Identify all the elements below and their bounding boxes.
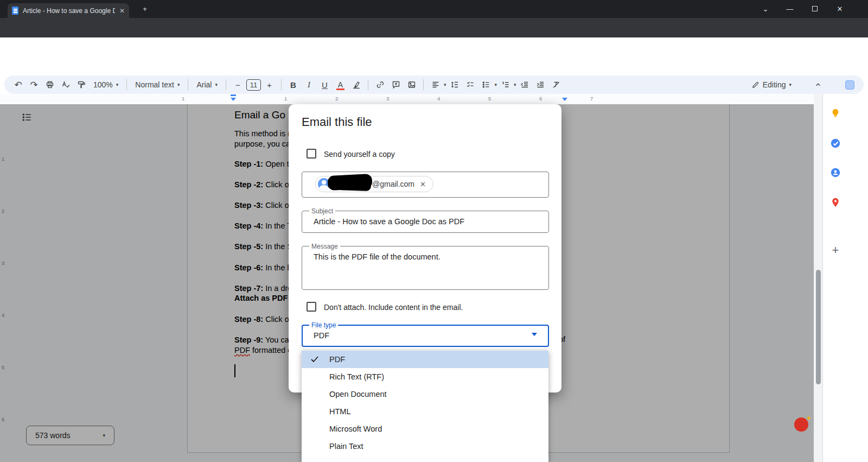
spellcheck-icon[interactable] — [58, 78, 73, 92]
recipient-email: @gmail.com — [372, 180, 414, 188]
decrease-indent-icon[interactable] — [518, 78, 532, 92]
style-caret-icon: ▾ — [177, 82, 180, 87]
docs-toolbar: ↶ ↷ 100%▾ Normal text▾ Arial▾ − 11 + B I… — [4, 75, 864, 94]
file-type-menu: PDF Rich Text (RTF) Open Document HTML M… — [302, 351, 548, 462]
menu-option-microsoft-word[interactable]: Microsoft Word — [302, 420, 548, 438]
clear-formatting-icon[interactable] — [549, 78, 564, 92]
browser-tab-strip: Article - How to save a Google D ✕ + ⌄ —… — [0, 0, 868, 18]
pencil-icon — [751, 81, 760, 89]
numbered-list-icon[interactable] — [498, 78, 513, 92]
message-label: Message — [309, 243, 340, 250]
add-comment-icon[interactable] — [388, 78, 403, 92]
tab-search-chevron-icon[interactable]: ⌄ — [757, 2, 774, 15]
insert-link-icon[interactable] — [373, 78, 387, 92]
font-caret-icon: ▾ — [215, 82, 218, 87]
menu-option-pdf[interactable]: PDF — [302, 351, 548, 368]
first-line-indent-marker[interactable] — [231, 94, 236, 96]
zoom-caret-icon: ▾ — [116, 82, 119, 87]
message-value: This is the PDF file of the document. — [314, 252, 441, 261]
horizontal-ruler: 1 1 2 3 4 5 6 7 — [0, 94, 868, 104]
ruler-number: 1 — [182, 96, 184, 102]
subject-label: Subject — [309, 207, 335, 215]
line-spacing-icon[interactable] — [448, 78, 462, 92]
bulleted-list-icon[interactable] — [479, 78, 494, 92]
print-icon[interactable] — [42, 78, 57, 92]
font-select[interactable]: Arial▾ — [193, 80, 221, 89]
keep-icon[interactable] — [829, 107, 841, 119]
file-type-select[interactable] — [302, 325, 549, 347]
maps-icon[interactable] — [829, 197, 841, 208]
editing-mode-value: Editing — [763, 80, 786, 89]
editing-mode-select[interactable]: Editing ▾ — [748, 80, 795, 89]
browser-toolbar: ← → ⟳ docs.google.com/document/d/1zvjLyS… — [0, 18, 868, 37]
file-type-caret-icon — [532, 333, 537, 336]
scrollbar-thumb[interactable] — [816, 270, 821, 384]
contacts-icon[interactable] — [829, 167, 841, 179]
left-indent-marker[interactable] — [231, 98, 236, 101]
zoom-value: 100% — [93, 80, 113, 89]
paint-format-icon[interactable] — [74, 78, 88, 92]
tab-title: Article - How to save a Google D — [23, 7, 115, 15]
italic-icon[interactable]: I — [302, 78, 316, 92]
subject-value: Article - How to save a Google Doc as PD… — [314, 217, 464, 226]
dont-attach-checkbox[interactable] — [307, 302, 316, 312]
checklist-icon[interactable] — [463, 78, 478, 92]
menu-option-html[interactable]: HTML — [302, 403, 548, 420]
ruler-number: 3 — [386, 96, 389, 102]
font-size-decrease-icon[interactable]: − — [231, 78, 245, 92]
recipient-chip[interactable]: @gmail.com ✕ — [315, 176, 433, 192]
paragraph-style-value: Normal text — [135, 80, 174, 89]
menu-option-rtf[interactable]: Rich Text (RTF) — [302, 368, 548, 385]
ruler-number: 6 — [539, 96, 542, 102]
remove-recipient-icon[interactable]: ✕ — [420, 180, 426, 188]
extension-floating-icon[interactable] — [794, 417, 808, 432]
underline-icon[interactable]: U — [317, 78, 332, 92]
insert-image-icon[interactable] — [404, 78, 419, 92]
undo-icon[interactable]: ↶ — [11, 78, 25, 92]
numbered-list-caret-icon[interactable]: ▾ — [514, 82, 516, 87]
font-size-increase-icon[interactable]: + — [262, 78, 277, 92]
ruler-number: 2 — [335, 96, 338, 102]
redo-icon[interactable]: ↷ — [27, 78, 41, 92]
dont-attach-label: Don't attach. Include content in the ema… — [324, 303, 463, 312]
docs-favicon-icon — [12, 7, 18, 15]
dialog-title: Email this file — [302, 115, 372, 129]
bold-icon[interactable]: B — [286, 78, 301, 92]
side-panel-toggle-icon[interactable] — [843, 78, 857, 92]
new-tab-button[interactable]: + — [137, 2, 153, 15]
font-value: Arial — [196, 80, 212, 89]
ruler-number: 4 — [437, 96, 440, 102]
file-type-label: File type — [309, 321, 338, 329]
menu-option-open-document[interactable]: Open Document — [302, 385, 548, 403]
send-copy-label: Send yourself a copy — [324, 150, 395, 159]
browser-tab[interactable]: Article - How to save a Google D ✕ — [8, 3, 129, 18]
window-minimize-button[interactable]: — — [782, 2, 798, 15]
bulleted-list-caret-icon[interactable]: ▾ — [495, 82, 497, 87]
get-addons-plus-icon[interactable]: + — [829, 244, 841, 256]
text-color-icon[interactable]: A — [333, 78, 348, 92]
paragraph-style-select[interactable]: Normal text▾ — [131, 80, 183, 89]
window-close-button[interactable]: ✕ — [832, 2, 848, 15]
font-size-field[interactable]: 11 — [246, 79, 261, 91]
highlight-color-icon[interactable] — [349, 78, 363, 92]
window-maximize-button[interactable] — [807, 2, 823, 15]
tab-close-icon[interactable]: ✕ — [119, 7, 125, 15]
collapse-toolbar-icon[interactable] — [810, 78, 825, 92]
selected-check-icon — [310, 355, 319, 364]
redacted-name — [336, 180, 372, 191]
right-indent-marker[interactable] — [562, 98, 567, 101]
docs-header: Article - How to save a Google Doc as PD… — [0, 37, 868, 72]
increase-indent-icon[interactable] — [533, 78, 548, 92]
align-caret-icon[interactable]: ▾ — [444, 82, 446, 87]
align-icon[interactable] — [428, 78, 443, 92]
ruler-number: 5 — [488, 96, 491, 102]
editing-caret-icon: ▾ — [789, 82, 792, 87]
send-copy-checkbox[interactable] — [307, 149, 316, 159]
ruler-number: 1 — [284, 96, 287, 102]
file-type-value: PDF — [314, 331, 329, 340]
ruler-number: 7 — [590, 96, 593, 102]
menu-option-plain-text[interactable]: Plain Text — [302, 438, 548, 455]
zoom-select[interactable]: 100%▾ — [90, 80, 122, 89]
tasks-icon[interactable] — [829, 137, 841, 149]
